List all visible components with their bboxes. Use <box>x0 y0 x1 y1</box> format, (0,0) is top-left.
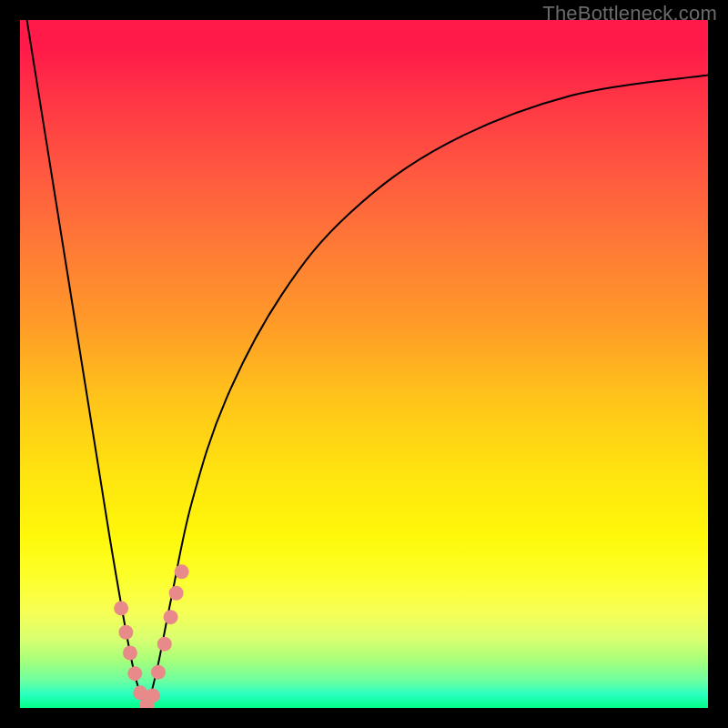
marker-point <box>127 666 142 681</box>
series-right-branch <box>147 75 708 708</box>
marker-point <box>169 586 184 601</box>
watermark-text: TheBottleneck.com <box>542 2 717 25</box>
chart-frame: TheBottleneck.com <box>0 0 728 728</box>
marker-point <box>151 665 166 680</box>
marker-point <box>133 685 147 700</box>
plot-area <box>20 20 708 708</box>
marker-point <box>157 637 172 652</box>
marker-point <box>164 610 178 624</box>
marker-point <box>114 601 128 615</box>
bottleneck-curve <box>27 20 708 708</box>
marker-group <box>114 564 189 708</box>
marker-point <box>123 646 137 661</box>
marker-point <box>118 625 133 640</box>
marker-point <box>175 564 189 579</box>
series-left-branch <box>27 20 147 708</box>
curve-layer <box>20 20 708 708</box>
marker-point <box>146 688 160 703</box>
